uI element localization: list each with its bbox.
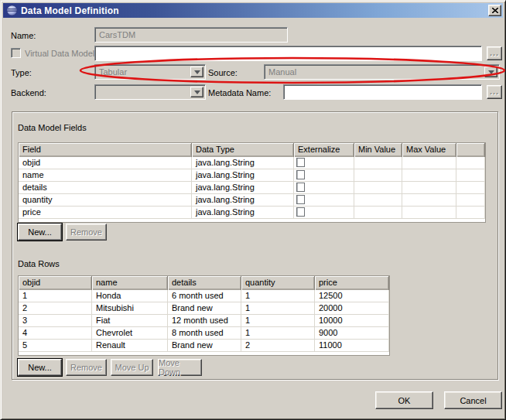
virtual-data-model-checkbox[interactable]	[11, 48, 21, 58]
close-button[interactable]	[488, 5, 501, 16]
externalize-checkbox[interactable]	[296, 158, 305, 167]
fields-new-button[interactable]: New...	[18, 224, 62, 241]
table-row[interactable]: namejava.lang.String	[19, 169, 485, 182]
table-cell: objid	[19, 157, 192, 169]
table-cell: java.lang.String	[192, 157, 294, 169]
column-header-details[interactable]: details	[168, 276, 241, 290]
table-cell: 2	[241, 340, 315, 351]
rows-remove-button[interactable]: Remove	[66, 359, 107, 376]
close-icon	[492, 8, 498, 13]
data-model-fields-title: Data Model Fields	[18, 123, 87, 132]
table-row[interactable]: detailsjava.lang.String	[19, 182, 485, 194]
table-cell: Brand new	[168, 302, 241, 314]
type-label: Type:	[11, 68, 32, 77]
fields-remove-button[interactable]: Remove	[66, 224, 107, 241]
column-header-objid[interactable]: objid	[19, 276, 92, 290]
source-dropdown[interactable]: Manual	[264, 64, 500, 80]
table-cell	[402, 194, 456, 206]
table-cell	[402, 182, 456, 193]
column-header-price[interactable]: price	[315, 276, 389, 290]
table-cell: 10000	[315, 315, 389, 326]
name-label: Name:	[11, 31, 36, 40]
table-cell: 20000	[315, 302, 389, 314]
rows-new-button[interactable]: New...	[18, 359, 62, 376]
column-header-data-type[interactable]: Data Type	[192, 143, 294, 157]
table-cell: name	[19, 169, 192, 181]
table-cell: 12 month used	[168, 315, 241, 326]
table-cell: Renault	[92, 340, 168, 351]
data-model-definition-dialog: Data Model Definition Name: CarsTDM Virt…	[0, 0, 506, 420]
title-bar[interactable]: Data Model Definition	[3, 3, 503, 18]
table-cell	[402, 169, 456, 181]
metadata-name-browse-button[interactable]: ...	[487, 85, 502, 99]
table-cell	[354, 207, 402, 218]
table-row[interactable]: 1Honda6 month used112500	[19, 290, 389, 302]
virtual-data-model-field[interactable]	[94, 46, 482, 61]
virtual-data-model-browse-button[interactable]: ...	[487, 46, 502, 60]
browse-dots: ...	[490, 87, 499, 96]
table-cell	[354, 194, 402, 206]
table-cell: 12500	[315, 290, 389, 302]
table-cell	[294, 194, 354, 206]
table-header-row: FieldData TypeExternalizeMin ValueMax Va…	[19, 143, 485, 157]
table-row[interactable]: 5RenaultBrand new211000	[19, 340, 389, 352]
table-cell	[294, 169, 354, 181]
externalize-checkbox[interactable]	[296, 195, 305, 204]
table-cell	[456, 182, 485, 193]
metadata-name-label: Metadata Name:	[208, 88, 271, 97]
source-dropdown-button[interactable]	[484, 67, 497, 77]
table-cell	[294, 157, 354, 169]
table-cell	[456, 157, 485, 169]
table-row[interactable]: objidjava.lang.String	[19, 157, 485, 169]
table-cell	[456, 194, 485, 206]
table-row[interactable]: pricejava.lang.String	[19, 207, 485, 219]
table-cell: Fiat	[92, 315, 168, 326]
table-cell: java.lang.String	[192, 169, 294, 181]
table-cell: 1	[241, 302, 315, 314]
eclipse-app-icon	[6, 5, 18, 16]
source-value: Manual	[268, 67, 296, 77]
table-row[interactable]: 2MitsubishiBrand new120000	[19, 302, 389, 315]
column-header-max-value[interactable]: Max Value	[402, 143, 456, 157]
column-header-field[interactable]: Field	[19, 143, 192, 157]
cancel-button[interactable]: Cancel	[444, 391, 502, 409]
table-cell	[354, 169, 402, 181]
externalize-checkbox[interactable]	[296, 183, 305, 192]
column-header-min-value[interactable]: Min Value	[354, 143, 402, 157]
table-row[interactable]: quantityjava.lang.String	[19, 194, 485, 207]
column-header-spacer[interactable]	[456, 143, 485, 157]
data-rows-title: Data Rows	[18, 259, 60, 268]
table-cell	[456, 169, 485, 181]
backend-dropdown-button[interactable]	[190, 87, 203, 97]
table-cell	[354, 157, 402, 169]
column-header-quantity[interactable]: quantity	[241, 276, 315, 290]
metadata-name-field[interactable]	[283, 84, 482, 100]
table-cell: java.lang.String	[192, 194, 294, 206]
externalize-checkbox[interactable]	[296, 170, 305, 179]
name-field[interactable]: CarsTDM	[94, 27, 288, 43]
data-model-fields-table: FieldData TypeExternalizeMin ValueMax Va…	[18, 142, 486, 223]
table-cell: 4	[19, 327, 92, 339]
backend-dropdown[interactable]	[94, 84, 206, 100]
table-row[interactable]: 3Fiat12 month used110000	[19, 315, 389, 327]
column-header-externalize[interactable]: Externalize	[294, 143, 354, 157]
table-cell: Mitsubishi	[92, 302, 168, 314]
rows-move-down-button[interactable]: Move Down	[158, 359, 202, 376]
ok-button[interactable]: OK	[375, 391, 433, 409]
data-rows-table: objidnamedetailsquantityprice1Honda6 mon…	[18, 275, 390, 356]
backend-label: Backend:	[11, 88, 46, 97]
table-row[interactable]: 4Chevrolet8 month used19000	[19, 327, 389, 340]
window-title: Data Model Definition	[21, 5, 119, 16]
table-cell: price	[19, 207, 192, 218]
table-cell: 11000	[315, 340, 389, 351]
externalize-checkbox[interactable]	[296, 207, 305, 217]
table-cell: 8 month used	[168, 327, 241, 339]
table-cell	[456, 207, 485, 218]
rows-move-up-button[interactable]: Move Up	[111, 359, 153, 376]
table-cell	[354, 182, 402, 193]
type-dropdown-button[interactable]	[190, 67, 203, 77]
table-cell	[402, 207, 456, 218]
type-dropdown[interactable]: Tabular	[94, 64, 206, 80]
column-header-name[interactable]: name	[92, 276, 168, 290]
source-label: Source:	[208, 68, 238, 77]
